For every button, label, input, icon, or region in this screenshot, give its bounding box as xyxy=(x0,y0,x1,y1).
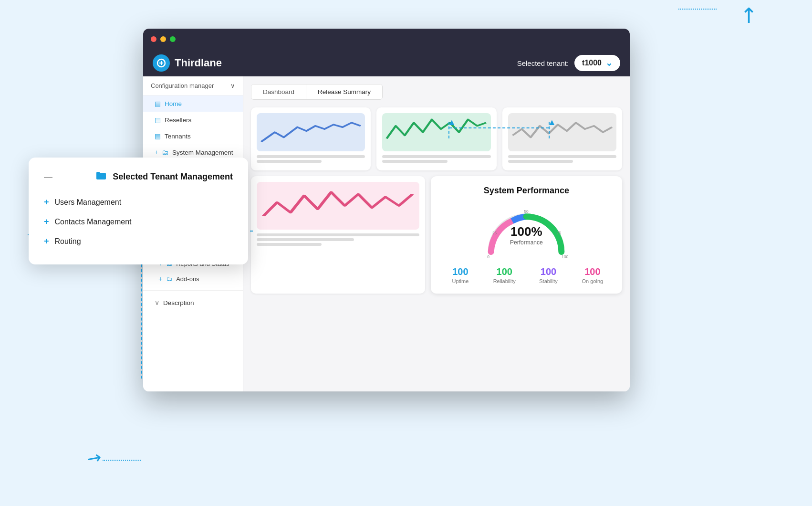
fp-item-routing-label: Routing xyxy=(55,237,81,246)
floating-panel: — Selected Tenant Management + Users Man… xyxy=(29,158,248,264)
chevron-down-icon: ∨ xyxy=(155,299,159,306)
folder-icon: 🗂 xyxy=(162,148,168,156)
sidebar-item-tennants[interactable]: ▤ Tennants xyxy=(143,128,243,144)
card-green xyxy=(376,107,496,170)
folder-icon xyxy=(95,171,107,183)
top-arrow-decoration: ↗ xyxy=(733,0,763,30)
app-name: Thirdlane xyxy=(175,57,222,69)
tab-dashboard[interactable]: Dashboard xyxy=(251,84,306,99)
reliability-value: 100 xyxy=(484,266,524,277)
floating-panel-header: — Selected Tenant Management xyxy=(44,171,233,183)
fp-item-contacts-label: Contacts Management xyxy=(55,218,132,226)
document-icon: ▤ xyxy=(155,132,161,140)
svg-text:25: 25 xyxy=(492,231,497,235)
stability-value: 100 xyxy=(528,266,568,277)
chart-pink xyxy=(257,182,419,230)
tenant-selector: Selected tenant: t1000 ⌄ xyxy=(517,55,620,71)
sidebar-resellers-label: Resellers xyxy=(165,116,191,124)
plus-icon: + xyxy=(44,217,49,227)
title-bar xyxy=(143,29,630,50)
card-label-bar-short xyxy=(508,160,573,163)
app-logo: Thirdlane xyxy=(153,54,222,72)
bottom-row: System Performance 0 xyxy=(251,176,622,294)
config-manager-label: Configuration manager xyxy=(151,82,214,89)
sidebar-item-description[interactable]: ∨ Descrption xyxy=(143,295,243,311)
fp-item-users[interactable]: + Users Management xyxy=(44,192,233,212)
performance-title: System Performance xyxy=(440,186,613,196)
gauge-label: Performance xyxy=(510,239,543,246)
stability-label: Stability xyxy=(528,278,568,284)
document-icon: ▤ xyxy=(155,116,161,124)
sidebar-home-label: Home xyxy=(165,100,182,107)
plus-icon: + xyxy=(44,236,49,246)
stat-uptime: 100 Uptime xyxy=(440,266,480,284)
tab-release-summary[interactable]: Release Summary xyxy=(306,84,382,99)
chart-gray xyxy=(508,113,616,151)
tabs-bar: Dashboard Release Summary xyxy=(251,84,383,100)
plus-icon: + xyxy=(44,197,49,207)
svg-text:100: 100 xyxy=(562,254,569,259)
card-label-bar xyxy=(382,155,490,158)
stat-reliability: 100 Reliability xyxy=(484,266,524,284)
app-header: Thirdlane Selected tenant: t1000 ⌄ xyxy=(143,50,630,76)
sidebar-sysmanagement-label: System Management xyxy=(172,149,233,156)
card-label-bar-short xyxy=(382,160,447,163)
folder-icon: 🗂 xyxy=(166,275,172,283)
gauge-percent: 100% xyxy=(510,224,543,239)
sidebar-tennants-label: Tennants xyxy=(165,133,191,140)
chevron-down-icon: ∨ xyxy=(230,82,235,89)
ongoing-label: On going xyxy=(573,278,613,284)
stat-stability: 100 Stability xyxy=(528,266,568,284)
minus-icon: — xyxy=(44,172,52,182)
plus-icon: + xyxy=(158,275,162,283)
arrow-up-2: ▲ xyxy=(548,117,556,127)
gauge-center: 100% Performance xyxy=(510,224,543,246)
tenant-label: Selected tenant: xyxy=(517,59,569,67)
chart-green xyxy=(382,113,490,151)
config-manager-section[interactable]: Configuration manager ∨ xyxy=(143,76,243,95)
chart-blue xyxy=(257,113,365,151)
plus-icon: + xyxy=(155,149,158,156)
card-label-bar-short xyxy=(257,238,354,241)
card-pink xyxy=(251,176,425,294)
sidebar-item-resellers[interactable]: ▤ Resellers xyxy=(143,112,243,128)
reliability-label: Reliability xyxy=(484,278,524,284)
performance-card: System Performance 0 xyxy=(431,176,622,294)
minimize-button[interactable] xyxy=(160,36,166,42)
bottom-dots-decoration xyxy=(103,460,141,461)
svg-text:0: 0 xyxy=(488,254,490,259)
tenant-value: t1000 xyxy=(582,59,602,67)
logo-icon xyxy=(153,54,170,72)
svg-text:50: 50 xyxy=(524,209,529,214)
document-icon: ▤ xyxy=(155,100,161,107)
floating-panel-title: Selected Tenant Management xyxy=(113,172,233,182)
stat-ongoing: 100 On going xyxy=(573,266,613,284)
main-content: Dashboard Release Summary xyxy=(243,76,630,391)
gauge-container: 0 25 50 75 100 100% Performance xyxy=(479,203,574,261)
top-dots-decoration xyxy=(678,9,717,10)
card-gray xyxy=(502,107,622,170)
tenant-dropdown[interactable]: t1000 ⌄ xyxy=(574,55,620,71)
card-label-bar xyxy=(508,155,616,158)
card-label-bar xyxy=(257,155,365,158)
close-button[interactable] xyxy=(151,36,156,42)
sidebar-addons-label: Add-ons xyxy=(176,275,199,283)
cards-grid-top xyxy=(251,107,622,170)
dashed-arrow-h xyxy=(449,127,549,128)
sidebar-item-home[interactable]: ▤ Home xyxy=(143,95,243,112)
arrow-up-1: ▲ xyxy=(448,117,456,127)
svg-text:75: 75 xyxy=(557,231,562,235)
ongoing-value: 100 xyxy=(573,266,613,277)
card-blue xyxy=(251,107,371,170)
card-label-bar-shorter xyxy=(257,243,322,246)
maximize-button[interactable] xyxy=(170,36,176,42)
fp-item-routing[interactable]: + Routing xyxy=(44,232,233,251)
card-label-bar-short xyxy=(257,160,322,163)
sidebar-item-addons[interactable]: + 🗂 Add-ons xyxy=(143,271,243,286)
performance-stats: 100 Uptime 100 Reliability 100 Stability xyxy=(440,266,613,284)
uptime-label: Uptime xyxy=(440,278,480,284)
uptime-value: 100 xyxy=(440,266,480,277)
bottom-arrow-decoration: ↙ xyxy=(83,446,106,471)
fp-item-contacts[interactable]: + Contacts Management xyxy=(44,212,233,232)
sidebar-description-label: Descrption xyxy=(163,299,194,306)
